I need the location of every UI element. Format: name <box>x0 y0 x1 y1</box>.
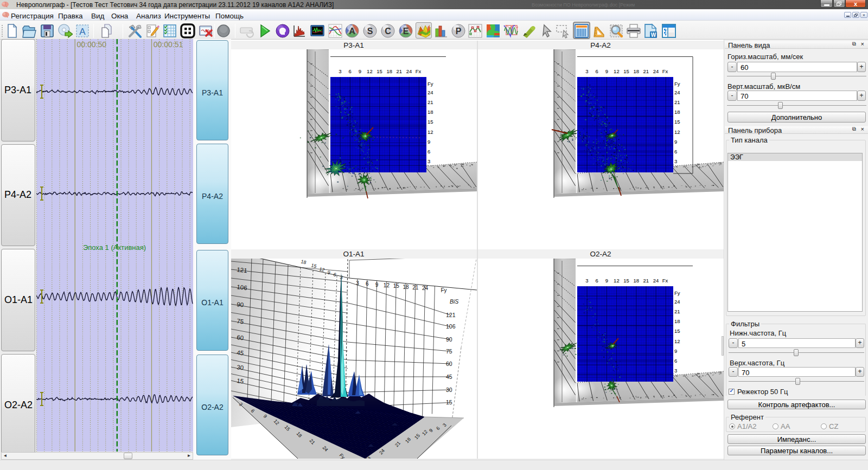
svg-text:12: 12 <box>384 282 390 288</box>
svg-text:P4-A2: P4-A2 <box>590 41 611 49</box>
svg-text:15: 15 <box>237 377 244 384</box>
svg-text:15: 15 <box>446 399 452 405</box>
svg-text:3: 3 <box>674 158 677 164</box>
svg-text:45: 45 <box>446 374 452 380</box>
svg-text:60: 60 <box>446 360 452 367</box>
svg-text:24: 24 <box>422 285 429 291</box>
svg-text:A: A <box>349 27 355 36</box>
svg-text:W: W <box>651 32 656 38</box>
svg-text:9: 9 <box>605 68 608 74</box>
svg-text:21: 21 <box>643 278 649 284</box>
svg-text:3: 3 <box>585 68 588 74</box>
svg-text:6: 6 <box>674 358 677 364</box>
svg-text:12: 12 <box>674 129 680 135</box>
svg-text:24: 24 <box>406 68 412 74</box>
svg-text:6: 6 <box>674 149 677 154</box>
svg-text:P: P <box>456 27 462 36</box>
svg-text:12: 12 <box>674 338 680 344</box>
svg-text:O2-A2: O2-A2 <box>590 250 611 258</box>
svg-text:30: 30 <box>237 364 244 371</box>
svg-text:90: 90 <box>237 301 244 308</box>
svg-text:18: 18 <box>427 109 433 115</box>
svg-text:18: 18 <box>403 284 409 290</box>
svg-text:Fy: Fy <box>674 290 680 296</box>
svg-text:C: C <box>385 27 391 36</box>
svg-text:18: 18 <box>674 318 680 324</box>
svg-text:12: 12 <box>614 278 620 284</box>
svg-text:24: 24 <box>653 68 659 74</box>
svg-text:75: 75 <box>446 348 452 355</box>
svg-text:6: 6 <box>427 149 430 154</box>
svg-text:15: 15 <box>376 68 382 74</box>
svg-text:Fy: Fy <box>441 287 446 293</box>
svg-text:9: 9 <box>605 278 608 284</box>
svg-text:18: 18 <box>633 278 639 284</box>
svg-text:18: 18 <box>386 68 392 74</box>
svg-text:15: 15 <box>427 119 433 125</box>
svg-text:21: 21 <box>674 99 680 105</box>
svg-text:3: 3 <box>585 278 588 284</box>
svg-text:30: 30 <box>446 387 452 393</box>
svg-text:15: 15 <box>393 283 400 289</box>
svg-text:3: 3 <box>339 68 341 74</box>
svg-text:3: 3 <box>356 280 359 286</box>
svg-text:21: 21 <box>674 308 680 314</box>
svg-text:121: 121 <box>446 312 456 318</box>
svg-text:21: 21 <box>412 285 419 291</box>
svg-text:121: 121 <box>237 266 248 274</box>
svg-text:3: 3 <box>674 368 677 374</box>
svg-text:90: 90 <box>446 336 452 343</box>
svg-text:Эпоха 1 (Активная): Эпоха 1 (Активная) <box>83 243 146 252</box>
svg-text:6: 6 <box>595 68 598 74</box>
svg-text:15: 15 <box>623 278 629 284</box>
svg-text:O1-A1: O1-A1 <box>343 250 364 258</box>
svg-text:Fx: Fx <box>416 68 422 74</box>
svg-text:9: 9 <box>375 282 379 288</box>
svg-text:9: 9 <box>359 68 361 74</box>
svg-text:9: 9 <box>674 139 677 145</box>
svg-text:3: 3 <box>427 158 430 164</box>
svg-text:Fx: Fx <box>662 278 668 284</box>
svg-text:Fy: Fy <box>427 81 433 87</box>
svg-text:6: 6 <box>595 278 598 284</box>
svg-text:P3-A1: P3-A1 <box>343 41 364 49</box>
svg-text:21: 21 <box>427 99 433 105</box>
svg-text:60: 60 <box>237 334 244 341</box>
svg-text:BiS: BiS <box>450 298 458 305</box>
svg-text:Fx: Fx <box>662 68 668 74</box>
svg-text:18: 18 <box>674 109 680 115</box>
svg-text:106: 106 <box>446 323 456 330</box>
svg-text:12: 12 <box>367 68 373 74</box>
svg-text:00:00:50: 00:00:50 <box>77 40 107 49</box>
svg-text:18: 18 <box>633 68 639 74</box>
svg-text:24: 24 <box>674 89 680 95</box>
svg-text:E: E <box>403 27 409 36</box>
svg-text:6: 6 <box>366 281 369 287</box>
svg-text:75: 75 <box>237 318 244 325</box>
svg-text:24: 24 <box>653 278 659 284</box>
svg-text:9: 9 <box>427 139 430 145</box>
svg-text:21: 21 <box>643 68 649 74</box>
svg-text:21: 21 <box>397 68 403 74</box>
svg-text:12: 12 <box>614 68 620 74</box>
svg-text:00:00:51: 00:00:51 <box>154 40 183 49</box>
svg-text:A: A <box>79 27 86 37</box>
svg-text:15: 15 <box>674 119 680 125</box>
svg-text:15: 15 <box>674 328 680 334</box>
svg-text:6: 6 <box>348 68 351 74</box>
svg-text:Fy: Fy <box>674 81 680 87</box>
svg-text:24: 24 <box>427 89 433 95</box>
svg-text:S: S <box>367 27 373 36</box>
svg-text:15: 15 <box>623 68 629 74</box>
svg-text:12: 12 <box>427 129 433 135</box>
svg-text:106: 106 <box>237 284 248 291</box>
svg-text:24: 24 <box>674 299 680 305</box>
svg-text:9: 9 <box>674 348 677 354</box>
svg-text:45: 45 <box>237 349 244 356</box>
